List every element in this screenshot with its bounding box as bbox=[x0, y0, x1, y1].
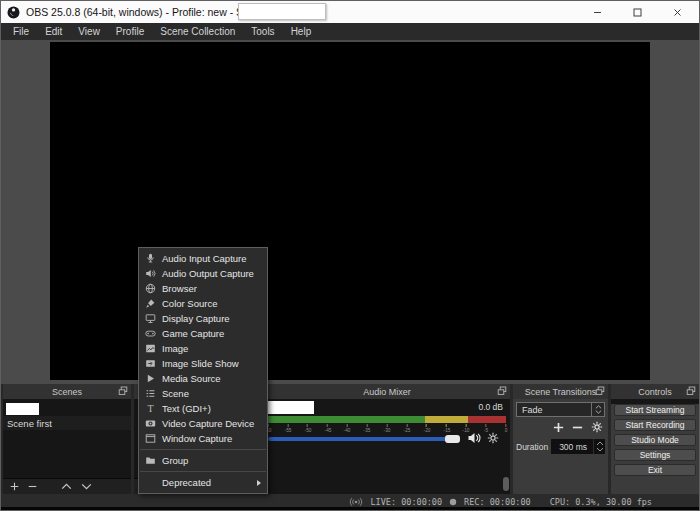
folder-icon bbox=[145, 455, 156, 466]
transition-selected-value: Fade bbox=[517, 405, 591, 415]
list-item[interactable]: Scene first bbox=[3, 416, 131, 430]
menu-item-help[interactable]: Help bbox=[283, 23, 320, 40]
remove-transition-button[interactable] bbox=[572, 422, 583, 433]
transition-select[interactable]: Fade bbox=[516, 402, 605, 417]
dock-options-icon[interactable] bbox=[118, 386, 128, 396]
chevron-up-icon bbox=[61, 483, 72, 490]
transition-tools bbox=[553, 421, 603, 433]
controls-body: Start Streaming Start Recording Studio M… bbox=[611, 404, 699, 499]
submenu-arrow-icon bbox=[257, 480, 261, 486]
close-button[interactable] bbox=[657, 1, 697, 23]
dock-options-icon[interactable] bbox=[497, 386, 507, 396]
audio-mixer-panel: Audio Mixer 0.0 dB -60-55-50-45-40-35-30… bbox=[264, 384, 510, 494]
menu-item-media-source[interactable]: Media Source bbox=[139, 371, 267, 386]
meter-green-zone bbox=[268, 416, 425, 423]
scene-name-edit[interactable] bbox=[6, 403, 39, 415]
dock-options-icon[interactable] bbox=[595, 386, 605, 396]
rec-status: REC: 00:00:00 bbox=[464, 497, 531, 507]
menu-item-browser[interactable]: Browser bbox=[139, 281, 267, 296]
controls-panel: Controls Start Streaming Start Recording… bbox=[611, 384, 699, 494]
meter-red-zone bbox=[468, 416, 506, 423]
panel-title: Scene Transitions bbox=[525, 387, 597, 397]
titlebar: OBS 25.0.8 (64-bit, windows) - Profile: … bbox=[1, 1, 699, 23]
transition-select-spinner[interactable] bbox=[591, 403, 604, 416]
menu-item-game-capture[interactable]: Game Capture bbox=[139, 326, 267, 341]
title-edit-overlay[interactable] bbox=[238, 3, 326, 20]
menu-item-video-capture-device[interactable]: Video Capture Device bbox=[139, 416, 267, 431]
menu-item-scene-collection[interactable]: Scene Collection bbox=[152, 23, 243, 40]
start-recording-button[interactable]: Start Recording bbox=[614, 419, 696, 431]
speaker-icon bbox=[145, 268, 156, 279]
dock-area: Scenes Scene first bbox=[1, 384, 699, 494]
studio-mode-button[interactable]: Studio Mode bbox=[614, 434, 696, 446]
start-streaming-button[interactable]: Start Streaming bbox=[614, 404, 696, 416]
transition-gear-icon[interactable] bbox=[591, 421, 603, 433]
db-value: 0.0 dB bbox=[478, 402, 503, 412]
audio-mixer-body: 0.0 dB -60-55-50-45-40-35-30-25-20-15-10… bbox=[264, 399, 510, 494]
duration-input[interactable]: 300 ms bbox=[551, 439, 593, 454]
menu-item-profile[interactable]: Profile bbox=[108, 23, 152, 40]
scenes-panel: Scenes Scene first bbox=[3, 384, 131, 494]
obs-logo-icon bbox=[7, 6, 20, 19]
display-icon bbox=[145, 313, 156, 324]
dock-options-icon[interactable] bbox=[686, 386, 696, 396]
menu-item-view[interactable]: View bbox=[70, 23, 108, 40]
window-icon bbox=[145, 433, 156, 444]
menu-item-audio-input-capture[interactable]: Audio Input Capture bbox=[139, 251, 267, 266]
menu-item-display-capture[interactable]: Display Capture bbox=[139, 311, 267, 326]
mixer-name-edit[interactable] bbox=[268, 401, 314, 414]
play-icon bbox=[145, 373, 156, 384]
menu-item-deprecated[interactable]: Deprecated bbox=[139, 475, 267, 490]
volume-slider[interactable] bbox=[268, 437, 456, 441]
move-scene-up-button[interactable] bbox=[61, 483, 72, 490]
menu-item-tools[interactable]: Tools bbox=[243, 23, 282, 40]
scene-transitions-body: Fade Duration 300 ms bbox=[513, 399, 608, 494]
minimize-button[interactable] bbox=[577, 1, 617, 23]
remove-scene-button[interactable] bbox=[28, 482, 37, 491]
duration-row: Duration 300 ms bbox=[516, 439, 605, 454]
mixer-scrollbar[interactable] bbox=[503, 477, 509, 491]
text-icon: T bbox=[145, 403, 156, 414]
add-source-menu: Audio Input Capture Audio Output Capture… bbox=[138, 247, 268, 494]
menu-separator bbox=[140, 449, 266, 450]
menu-item-image[interactable]: Image bbox=[139, 341, 267, 356]
menu-separator bbox=[140, 471, 266, 472]
gamepad-icon bbox=[145, 328, 156, 339]
scene-transitions-panel: Scene Transitions Fade Duration bbox=[513, 384, 608, 494]
duration-spinner[interactable] bbox=[593, 439, 605, 454]
panel-title: Controls bbox=[638, 387, 672, 397]
menu-item-window-capture[interactable]: Window Capture bbox=[139, 431, 267, 446]
speaker-icon[interactable] bbox=[467, 432, 482, 444]
menu-item-text-gdi[interactable]: T Text (GDI+) bbox=[139, 401, 267, 416]
brush-icon bbox=[145, 298, 156, 309]
window-title: OBS 25.0.8 (64-bit, windows) - Profile: … bbox=[26, 6, 274, 18]
scenes-toolbar bbox=[3, 478, 131, 494]
live-icon bbox=[349, 497, 363, 507]
settings-button[interactable]: Settings bbox=[614, 449, 696, 461]
exit-button[interactable]: Exit bbox=[614, 464, 696, 476]
menu-item-group[interactable]: Group bbox=[139, 453, 267, 468]
menu-item-audio-output-capture[interactable]: Audio Output Capture bbox=[139, 266, 267, 281]
scene-list: Scene first bbox=[3, 399, 131, 494]
plus-icon bbox=[10, 482, 19, 491]
menu-item-scene[interactable]: Scene bbox=[139, 386, 267, 401]
add-scene-button[interactable] bbox=[10, 482, 19, 491]
volume-meter bbox=[268, 416, 506, 423]
menu-item-color-source[interactable]: Color Source bbox=[139, 296, 267, 311]
mixer-gear-icon[interactable] bbox=[487, 432, 499, 444]
live-status: LIVE: 00:00:00 bbox=[370, 497, 442, 507]
maximize-button[interactable] bbox=[617, 1, 657, 23]
meter-yellow-zone bbox=[425, 416, 468, 423]
volume-slider-handle[interactable] bbox=[445, 435, 460, 443]
scene-transitions-header: Scene Transitions bbox=[513, 384, 608, 399]
audio-mixer-header: Audio Mixer bbox=[264, 384, 510, 399]
menu-item-file[interactable]: File bbox=[5, 23, 37, 40]
menu-item-image-slide-show[interactable]: Image Slide Show bbox=[139, 356, 267, 371]
image-icon bbox=[145, 343, 156, 354]
scenes-panel-header: Scenes bbox=[3, 384, 131, 399]
svg-text:T: T bbox=[147, 403, 153, 414]
menu-item-edit[interactable]: Edit bbox=[37, 23, 70, 40]
controls-header: Controls bbox=[611, 384, 699, 399]
move-scene-down-button[interactable] bbox=[81, 483, 92, 490]
add-transition-button[interactable] bbox=[553, 422, 564, 433]
